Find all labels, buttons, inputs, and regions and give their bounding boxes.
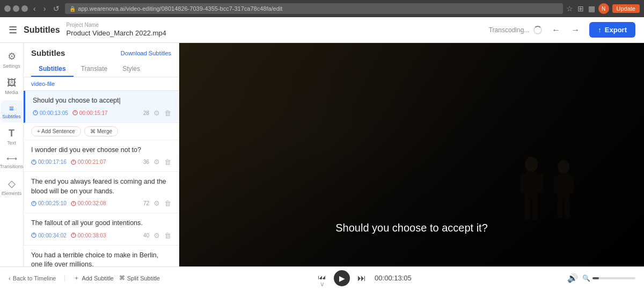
subtitle-card-2[interactable]: I wonder did you ever choose not to? 00:… [24, 140, 179, 172]
browser-maximize[interactable] [21, 5, 28, 12]
subtitle-text-1: Should you choose to accept| [33, 96, 171, 106]
export-label: Export [605, 26, 627, 34]
add-subtitle-button[interactable]: ＋ Add Subtitle [74, 274, 113, 282]
zoom-out-icon[interactable]: 🔍 [582, 274, 590, 282]
sidebar-item-subtitles[interactable]: ≡ Subtitles [1, 100, 23, 122]
char-count-3: 72 [143, 200, 149, 206]
app-logo: Subtitles [24, 25, 60, 35]
browser-close[interactable] [4, 5, 11, 12]
sidebar-item-settings[interactable]: ⚙ Settings [1, 47, 23, 72]
sidebar-toggle-icon[interactable]: ▦ [588, 4, 595, 13]
back-to-timeline[interactable]: ‹ Back to Timeline [9, 275, 65, 281]
sidebar-item-media[interactable]: 🖼 Media [1, 74, 23, 98]
split-icon: ⌘ [119, 274, 125, 281]
end-time-3: 00:00:32:08 [71, 200, 106, 206]
start-time-3: 00:00:25:10 [31, 200, 67, 206]
video-file-label[interactable]: video-file [24, 77, 179, 91]
browser-back[interactable]: ‹ [31, 3, 38, 14]
browser-reload[interactable]: ↺ [51, 3, 62, 14]
svg-rect-24 [525, 199, 530, 220]
subtitle-overlay: Should you choose to accept it? [335, 222, 488, 234]
subtitle-meta-3: 00:00:25:10 00:00:32:08 72 ⚙ 🗑 [31, 199, 171, 207]
subtitle-text-5: You had a terrible choice to make in Ber… [31, 251, 171, 267]
char-count-4: 40 [143, 233, 149, 239]
settings-action-2[interactable]: ⚙ [153, 158, 160, 166]
subtitle-action-btns: ＋ Add Subtitle ⌘ Split Subtitle [65, 274, 159, 282]
subtitle-text-2: I wonder did you ever choose not to? [31, 146, 171, 155]
tab-translate[interactable]: Translate [74, 62, 115, 77]
settings-action-4[interactable]: ⚙ [153, 232, 160, 240]
browser-minimize[interactable] [13, 5, 19, 12]
add-merge-row: + Add Sentence ⌘ Merge [24, 123, 179, 140]
svg-rect-22 [521, 174, 526, 193]
lock-icon: 🔒 [69, 6, 76, 12]
panel-header: Subtitles Download Subtitles Subtitles T… [24, 43, 179, 77]
volume-button[interactable]: 🔊 [567, 273, 578, 283]
video-area[interactable]: Should you choose to accept it? [179, 43, 644, 266]
subtitle-card-4[interactable]: The fallout of all your good intentions.… [24, 213, 179, 245]
star-icon[interactable]: ☆ [566, 4, 573, 13]
char-count-1: 28 [143, 110, 149, 116]
delete-action-1[interactable]: 🗑 [164, 109, 171, 117]
end-time-1: 00:00:15:17 [72, 110, 108, 116]
back-chevron-icon: ‹ [9, 275, 11, 281]
expand-chevron[interactable]: ∨ [316, 279, 329, 289]
char-count-2: 36 [143, 159, 149, 165]
fast-forward-button[interactable]: ⏭ [355, 271, 368, 285]
transcoding-area: Transcoding... [489, 26, 543, 34]
media-icon: 🖼 [7, 77, 17, 89]
split-subtitle-button[interactable]: ⌘ Split Subtitle [119, 274, 160, 281]
transcoding-text: Transcoding... [489, 26, 530, 34]
start-time-icon-2 [31, 160, 36, 165]
sidebar-label-settings: Settings [3, 63, 20, 69]
tab-subtitles[interactable]: Subtitles [31, 62, 74, 77]
elements-icon: ◇ [8, 178, 16, 190]
undo-button[interactable]: ← [548, 23, 564, 38]
add-subtitle-label: Add Subtitle [82, 275, 113, 281]
subtitles-icon: ≡ [9, 104, 14, 113]
update-button[interactable]: Update [612, 4, 640, 13]
side-icons: ⚙ Settings 🖼 Media ≡ Subtitles T Text ⟷ … [0, 43, 24, 266]
subtitle-card-1[interactable]: Should you choose to accept| 00:00:13:05… [24, 91, 179, 123]
profile-avatar[interactable]: N [598, 3, 609, 14]
split-subtitle-label: Split Subtitle [127, 275, 160, 281]
subtitle-text-4: The fallout of all your good intentions. [31, 219, 171, 228]
delete-action-2[interactable]: 🗑 [164, 158, 171, 166]
add-subtitle-icon: ＋ [74, 274, 79, 282]
transitions-icon: ⟷ [6, 154, 17, 163]
play-button[interactable]: ▶ [334, 270, 350, 286]
sidebar-item-text[interactable]: T Text [1, 125, 23, 149]
subtitle-card-5[interactable]: You had a terrible choice to make in Ber… [24, 245, 179, 267]
app-container: ☰ Subtitles Project Name Product Video_M… [0, 17, 644, 289]
export-button[interactable]: ↑ Export [589, 22, 635, 38]
grid-icon[interactable]: ⊞ [577, 4, 584, 13]
start-time-4: 00:00:34:02 [31, 233, 67, 239]
settings-action-3[interactable]: ⚙ [153, 199, 160, 207]
browser-forward[interactable]: › [41, 3, 48, 14]
end-time-icon-2 [71, 160, 76, 165]
svg-rect-30 [558, 198, 562, 219]
transcoding-spinner [533, 26, 542, 34]
address-bar[interactable]: 🔒 app.wearenova.ai/video-editing/0801482… [65, 3, 562, 14]
hamburger-menu[interactable]: ☰ [9, 24, 17, 36]
time-display: 00:00:13:05 [375, 274, 412, 282]
download-subtitles-button[interactable]: Download Subtitles [121, 50, 171, 56]
sidebar-item-transitions[interactable]: ⟷ Transitions [1, 151, 23, 172]
settings-action-1[interactable]: ⚙ [153, 109, 160, 117]
add-sentence-button[interactable]: + Add Sentence [31, 126, 81, 136]
delete-action-4[interactable]: 🗑 [164, 232, 171, 240]
delete-action-3[interactable]: 🗑 [164, 199, 171, 207]
svg-rect-21 [525, 172, 538, 199]
app-header: ☰ Subtitles Project Name Product Video_M… [0, 17, 644, 43]
tab-styles[interactable]: Styles [115, 62, 148, 77]
redo-button[interactable]: → [568, 23, 583, 38]
toolbar-right: 🔊 🔍 [567, 273, 635, 283]
subtitle-list: Should you choose to accept| 00:00:13:05… [24, 91, 179, 266]
merge-button[interactable]: ⌘ Merge [84, 126, 118, 136]
subtitle-card-3[interactable]: The end you always feared is coming and … [24, 172, 179, 213]
panel-title: Subtitles [31, 48, 65, 57]
browser-bar: ‹ › ↺ 🔒 app.wearenova.ai/video-editing/0… [0, 0, 644, 17]
zoom-slider[interactable] [592, 277, 635, 279]
sidebar-item-elements[interactable]: ◇ Elements [1, 175, 23, 199]
settings-icon: ⚙ [8, 50, 16, 62]
